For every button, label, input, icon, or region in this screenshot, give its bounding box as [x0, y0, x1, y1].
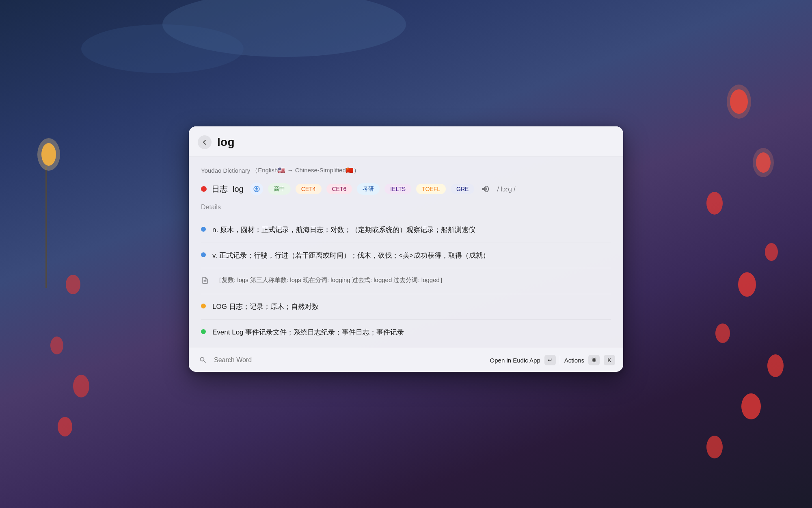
dictionary-dialog: log Youdao Dictionary （English🇺🇸 → Chine…	[189, 126, 623, 372]
definition-list: n. 原木，圆材；正式记录，航海日志；对数；（定期或系统的）观察记录；船舶测速仪…	[201, 217, 611, 345]
def-text-2: v. 正式记录；行驶，行进（若干距离或时间）；伐木，砍伐；<美>成功获得，取得（…	[212, 250, 490, 261]
footer-actions: Open in Eudic App ↵ Actions ⌘ K	[490, 355, 615, 365]
dialog-content: Youdao Dictionary （English🇺🇸 → Chinese-S…	[189, 157, 623, 345]
tag-ielts[interactable]: IELTS	[384, 184, 411, 194]
tag-gaokao[interactable]: 高中	[268, 183, 291, 195]
word-english: log	[233, 184, 244, 193]
doc-icon	[201, 276, 209, 287]
def-text-3: ［复数: logs 第三人称单数: logs 现在分词: logging 过去式…	[216, 276, 446, 285]
def-text-1: n. 原木，圆材；正式记录，航海日志；对数；（定期或系统的）观察记录；船舶测速仪	[212, 225, 475, 235]
definition-item-4: LOG 日志；记录；原木；自然对数	[201, 294, 611, 320]
def-bullet-4	[201, 304, 206, 308]
tag-kaoyan[interactable]: 考研	[357, 183, 380, 195]
word-header: 日志 log 高中 CET4 CET6 考研 IELTS TOEFL GRE /	[201, 182, 611, 195]
def-bullet-1	[201, 227, 206, 232]
word-chinese: 日志	[212, 183, 228, 194]
search-icon	[197, 354, 209, 366]
tag-cet4[interactable]: CET4	[296, 184, 322, 194]
tag-gre[interactable]: GRE	[451, 184, 474, 194]
definition-item-2: v. 正式记录；行驶，行进（若干距离或时间）；伐木，砍伐；<美>成功获得，取得（…	[201, 243, 611, 268]
search-input[interactable]	[214, 356, 485, 364]
definition-item-3: ［复数: logs 第三人称单数: logs 现在分词: logging 过去式…	[201, 268, 611, 294]
actions-label[interactable]: Actions	[564, 356, 584, 363]
star-button[interactable]	[250, 182, 263, 195]
definition-item-1: n. 原木，圆材；正式记录，航海日志；对数；（定期或系统的）观察记录；船舶测速仪	[201, 217, 611, 243]
dict-source: Youdao Dictionary （English🇺🇸 → Chinese-S…	[201, 167, 611, 174]
sound-button[interactable]	[479, 182, 492, 195]
dialog-title: log	[217, 136, 235, 149]
tag-toefl[interactable]: TOEFL	[416, 184, 446, 194]
phonetic: / lɔːɡ /	[497, 185, 515, 193]
def-text-4: LOG 日志；记录；原木；自然对数	[212, 302, 319, 312]
def-bullet-5	[201, 329, 206, 334]
tag-cet6[interactable]: CET6	[326, 184, 352, 194]
def-bullet-2	[201, 252, 206, 257]
open-eudic-button[interactable]: Open in Eudic App	[490, 356, 540, 363]
dialog-footer: Open in Eudic App ↵ Actions ⌘ K	[189, 348, 623, 372]
back-button[interactable]	[198, 135, 212, 149]
def-text-5: Event Log 事件记录文件；系统日志纪录；事件日志；事件记录	[212, 327, 404, 337]
details-label: Details	[201, 204, 611, 211]
k-key-badge: K	[604, 355, 615, 365]
word-dot	[201, 186, 207, 192]
definition-item-5: Event Log 事件记录文件；系统日志纪录；事件日志；事件记录	[201, 319, 611, 345]
enter-key-badge: ↵	[544, 355, 556, 365]
cmd-key-badge: ⌘	[588, 355, 600, 365]
dialog-header: log	[189, 126, 623, 157]
footer-separator	[560, 356, 560, 365]
